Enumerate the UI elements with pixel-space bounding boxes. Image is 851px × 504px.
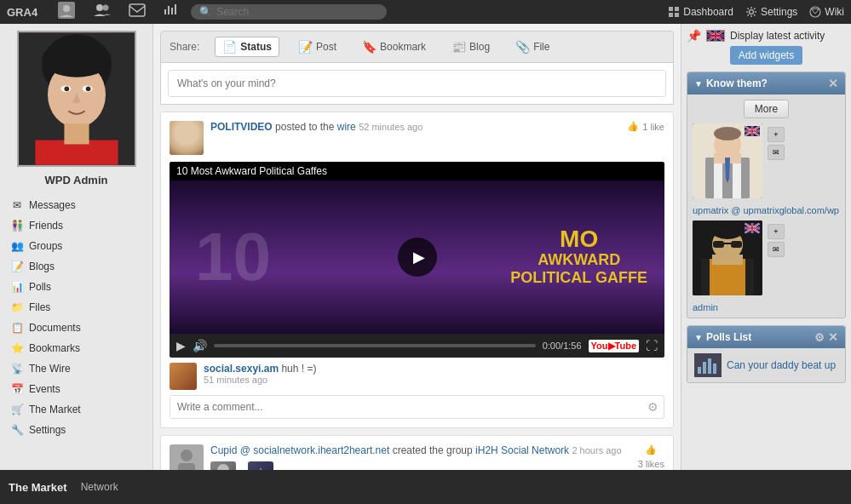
play-pause-button[interactable]: ▶ xyxy=(176,339,186,352)
tab-post[interactable]: 📝 Post xyxy=(291,37,343,56)
group-name-link[interactable]: iH2H Social Network xyxy=(475,444,569,456)
person1-add-friend-btn[interactable]: + xyxy=(768,127,785,142)
svg-rect-47 xyxy=(713,241,724,248)
bookmark-tab-icon: 🔖 xyxy=(362,40,377,54)
polls-header: ▼ Polls List ⚙ ✕ xyxy=(687,326,845,348)
thumb-up-icon: 👍 xyxy=(627,121,639,132)
svg-point-39 xyxy=(714,127,741,140)
messages-nav-icon[interactable] xyxy=(124,2,150,22)
add-widgets-button[interactable]: Add widgets xyxy=(730,46,802,65)
svg-point-13 xyxy=(749,10,753,14)
file-tab-icon: 📎 xyxy=(515,40,530,54)
upmatrix-photo xyxy=(693,123,762,198)
search-magnifier-icon: 🔍 xyxy=(199,6,212,18)
polls-close-button[interactable]: ✕ xyxy=(828,330,838,344)
share-label: Share: xyxy=(170,41,199,53)
person2-add-friend-btn[interactable]: + xyxy=(768,224,785,239)
svg-point-1 xyxy=(63,5,70,12)
comment-text: huh ! =) xyxy=(281,363,316,375)
sidebar-item-files[interactable]: 📁Files xyxy=(0,297,152,318)
sidebar-username: WPD Admin xyxy=(45,174,108,186)
activity-label: Display latest activity xyxy=(730,30,846,42)
groups-icon: 👥 xyxy=(10,240,24,252)
svg-rect-10 xyxy=(675,7,679,11)
svg-point-3 xyxy=(103,5,109,11)
polls-body: Can your daddy beat up xyxy=(687,348,845,382)
commenter-avatar xyxy=(170,363,197,390)
svg-point-25 xyxy=(181,450,193,461)
volume-button[interactable]: 🔊 xyxy=(193,339,207,352)
uk-flag xyxy=(706,30,725,42)
video-progress-bar[interactable] xyxy=(214,344,536,347)
svg-rect-35 xyxy=(714,158,722,198)
rp-top-row: 📌 Display latest activity xyxy=(687,29,846,43)
sidebar-item-blogs[interactable]: 📝Blogs xyxy=(0,256,152,277)
svg-rect-54 xyxy=(703,362,706,374)
market-icon: 🛒 xyxy=(10,404,24,415)
person2-message-btn[interactable]: ✉ xyxy=(768,242,785,257)
svg-point-20 xyxy=(64,86,69,91)
bottom-network-item[interactable]: Network xyxy=(81,481,118,493)
user-avatar-nav-icon[interactable] xyxy=(53,0,80,25)
feed-item-video: POLITVIDEO posted to the wire 52 minutes… xyxy=(160,112,674,428)
comment-input[interactable] xyxy=(170,396,642,418)
sidebar-item-messages[interactable]: ✉Messages xyxy=(0,195,152,215)
feed-meta: POLITVIDEO posted to the wire 52 minutes… xyxy=(210,121,620,133)
sidebar-item-the-wire[interactable]: 📡The Wire xyxy=(0,358,152,379)
more-button[interactable]: More xyxy=(744,100,789,118)
polls-section: ▼ Polls List ⚙ ✕ xyxy=(687,325,846,383)
sidebar-item-polls[interactable]: 📊Polls xyxy=(0,277,152,297)
polls-gear-icon[interactable]: ⚙ xyxy=(814,331,825,344)
documents-icon: 📋 xyxy=(10,322,24,334)
svg-rect-7 xyxy=(171,8,173,14)
know-them-header: ▼ Know them? ✕ xyxy=(687,72,845,94)
sidebar-item-groups[interactable]: 👥Groups xyxy=(0,236,152,256)
commenter-name[interactable]: social.sexyi.am xyxy=(204,363,279,375)
settings-link[interactable]: Settings xyxy=(745,6,797,18)
events-icon: 📅 xyxy=(10,383,24,395)
status-tab-icon: 📄 xyxy=(222,40,237,54)
tab-blog[interactable]: 📰 Blog xyxy=(445,37,497,56)
feed-author[interactable]: POLITVIDEO xyxy=(210,121,273,133)
sidebar-item-friends[interactable]: 👫Friends xyxy=(0,215,152,236)
sidebar-item-the-market[interactable]: 🛒The Market xyxy=(0,399,152,420)
know-them-close-button[interactable]: ✕ xyxy=(828,77,838,90)
dashboard-link[interactable]: Dashboard xyxy=(668,6,733,18)
tab-bookmark[interactable]: 🔖 Bookmark xyxy=(355,37,433,56)
person1-name[interactable]: upmatrix @ upmatrixglobal.com/wp xyxy=(693,205,840,215)
group-time: 2 hours ago xyxy=(572,445,621,455)
poll-text-link[interactable]: Can your daddy beat up xyxy=(727,359,836,371)
wire-icon: 📡 xyxy=(10,363,24,375)
svg-rect-5 xyxy=(164,9,166,14)
top-navigation: GRA4 🔍 Dashboard Settings Wiki xyxy=(0,0,851,24)
svg-rect-56 xyxy=(713,364,716,374)
status-text-input[interactable] xyxy=(168,70,666,97)
polls-title: Polls List xyxy=(706,331,751,343)
sidebar-item-settings[interactable]: 🔧Settings xyxy=(0,420,152,440)
comment-submit-icon[interactable]: ⚙ xyxy=(642,400,664,414)
user-avatar xyxy=(17,31,136,167)
video-thumbnail[interactable]: 10 MO AWKWARD POLITICAL GAFFE xyxy=(170,180,664,334)
sidebar-item-documents[interactable]: 📋Documents xyxy=(0,318,152,338)
comment-item: social.sexyi.am huh ! =) 51 minutes ago xyxy=(170,363,664,390)
search-input[interactable] xyxy=(216,6,370,18)
fullscreen-button[interactable]: ⛶ xyxy=(646,339,658,352)
wiki-link[interactable]: Wiki xyxy=(809,6,844,18)
group-like-row: 👍 3 likes xyxy=(638,444,664,469)
pin-icon: 📌 xyxy=(687,29,701,43)
video-title: 10 Most Awkward Political Gaffes xyxy=(176,165,327,177)
sidebar-item-bookmarks[interactable]: ⭐Bookmarks xyxy=(0,338,152,358)
users-icon[interactable] xyxy=(89,1,116,23)
svg-rect-6 xyxy=(168,6,170,14)
person1-message-btn[interactable]: ✉ xyxy=(768,145,785,160)
poll-image xyxy=(694,353,722,377)
tab-file[interactable]: 📎 File xyxy=(509,37,556,56)
person2-name[interactable]: admin xyxy=(693,302,840,312)
activity-nav-icon[interactable] xyxy=(158,1,182,23)
feed-link[interactable]: wire xyxy=(337,121,356,133)
group-creator-link[interactable]: Cupid @ socialnetwork.iheart2heart.net xyxy=(210,444,389,456)
video-play-button[interactable] xyxy=(398,238,437,277)
sidebar-item-events[interactable]: 📅Events xyxy=(0,379,152,399)
tab-status[interactable]: 📄 Status xyxy=(215,37,279,57)
files-icon: 📁 xyxy=(10,301,24,313)
